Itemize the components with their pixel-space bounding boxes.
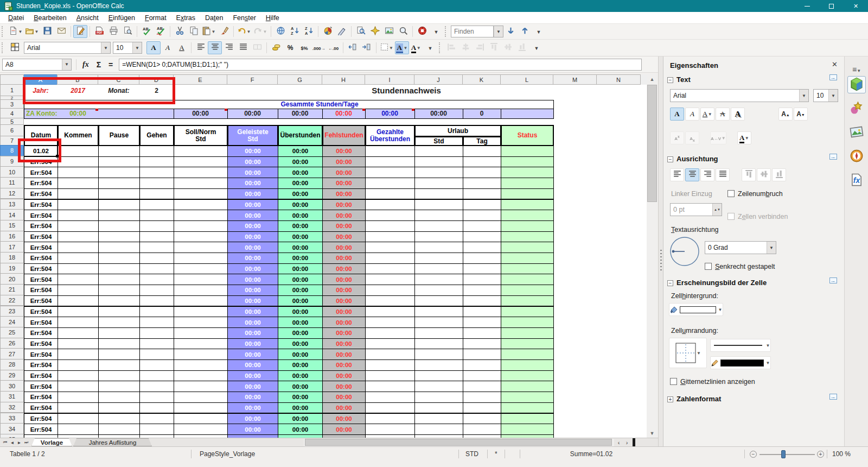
wrap-text-checkbox[interactable]: Zeilenumbruch: [727, 190, 783, 198]
row-header-34[interactable]: 34: [0, 423, 24, 434]
sheet-cell[interactable]: [174, 242, 228, 253]
sheet-cell[interactable]: [365, 220, 415, 232]
sheet-cell[interactable]: 00:00: [278, 392, 323, 403]
header-geleistete-std[interactable]: GeleisteteStd: [227, 125, 278, 146]
row-header-13[interactable]: 13: [0, 199, 24, 210]
sheet-cell[interactable]: [98, 199, 140, 211]
format-paintbrush-button[interactable]: [217, 25, 231, 38]
vertical-scroll-thumb[interactable]: [647, 85, 657, 202]
row-header-4[interactable]: 4: [0, 108, 24, 118]
sheet-cell[interactable]: 00:00: [322, 359, 366, 371]
sheet-cell[interactable]: [58, 199, 99, 211]
sum-display[interactable]: Summe=01.02: [532, 450, 651, 458]
sheet-cell[interactable]: [365, 413, 415, 425]
sheet-cell[interactable]: [365, 167, 415, 178]
chevron-down-icon[interactable]: ▼: [62, 59, 71, 70]
sheet-cell[interactable]: [501, 349, 554, 360]
sheet-cell[interactable]: [463, 424, 501, 435]
column-header-H[interactable]: H: [322, 74, 365, 85]
sheet-cell[interactable]: 00:00: [322, 392, 366, 403]
scroll-up-icon[interactable]: ▲: [647, 74, 658, 84]
sheet-cell[interactable]: Err:504: [24, 220, 58, 232]
gallery-button[interactable]: [382, 25, 396, 38]
sheet-cell[interactable]: Err:504: [24, 338, 58, 350]
sheet-cell[interactable]: 00:00: [278, 338, 323, 350]
sheet-cell[interactable]: [365, 199, 415, 211]
header-kommen[interactable]: Kommen: [58, 125, 99, 146]
cell-G4[interactable]: 00:00: [278, 109, 322, 118]
zoom-button[interactable]: [396, 25, 410, 38]
scroll-down-icon[interactable]: ▼: [647, 428, 658, 438]
sheet-cell[interactable]: [501, 231, 554, 243]
sheet-cell[interactable]: [174, 210, 228, 221]
chevron-down-icon[interactable]: ▼: [403, 46, 408, 51]
header-status[interactable]: Status: [501, 125, 554, 146]
header-urlaub[interactable]: Urlaub: [414, 125, 501, 137]
sheet-cell[interactable]: [414, 253, 463, 264]
sheet-cell[interactable]: [174, 424, 228, 435]
row-header-3[interactable]: 3: [0, 99, 24, 109]
sheet-cell[interactable]: [98, 424, 140, 435]
decrease-indent-button[interactable]: [346, 41, 360, 54]
open-document-button[interactable]: ▼: [24, 25, 40, 38]
row-header-33[interactable]: 33: [0, 413, 24, 424]
sheet-cell[interactable]: 00:00: [227, 338, 278, 350]
row-header-24[interactable]: 24: [0, 316, 24, 327]
sheet-cell[interactable]: [463, 146, 501, 157]
sheet-cell[interactable]: [58, 253, 99, 264]
cell-za-konto-value[interactable]: 00:00: [58, 109, 98, 118]
sheet-cell[interactable]: 00:00: [227, 327, 278, 339]
background-color-button[interactable]: A▼: [395, 41, 409, 54]
sheet-cell[interactable]: 00:00: [227, 349, 278, 360]
chevron-down-icon[interactable]: ▼: [211, 29, 216, 34]
sheet-cell[interactable]: [463, 231, 501, 243]
sheet-cell[interactable]: 00:00: [227, 178, 278, 189]
sheet-cell[interactable]: [98, 220, 140, 232]
sheet-cell[interactable]: [414, 242, 463, 253]
sheet-cell[interactable]: 00:00: [322, 381, 366, 392]
header-gezahlte-ueberstunden[interactable]: GezahlteÜberstunden: [365, 125, 415, 146]
sheet-cell[interactable]: [98, 359, 140, 371]
sheet-cell[interactable]: 00:00: [227, 413, 278, 425]
sheet-cell[interactable]: [58, 156, 99, 168]
sheet-cell[interactable]: 00:00: [227, 359, 278, 371]
align-right-button[interactable]: [222, 41, 236, 54]
chevron-down-icon[interactable]: ▼: [34, 29, 39, 34]
sheet-cell[interactable]: [98, 349, 140, 360]
sheet-cell[interactable]: 00:00: [227, 220, 278, 232]
sheet-cell[interactable]: [463, 210, 501, 221]
sheet-cell[interactable]: Err:504: [24, 210, 58, 221]
toolbar-overflow-button[interactable]: ▼: [423, 41, 437, 54]
sheet-cell[interactable]: Err:504: [24, 424, 58, 435]
sheet-cell[interactable]: [414, 413, 463, 425]
draw-functions-button[interactable]: [335, 25, 349, 38]
sheet-cell[interactable]: [58, 231, 99, 243]
border-line-style-combo[interactable]: ▼: [710, 339, 771, 352]
sheet-cell[interactable]: [414, 199, 463, 211]
orientation-dial[interactable]: [669, 236, 700, 269]
sheet-cell[interactable]: [501, 220, 554, 232]
maximize-button[interactable]: [819, 0, 844, 12]
collapse-icon[interactable]: −: [667, 280, 673, 286]
scrollbar-splitter[interactable]: [633, 438, 635, 447]
sheet-cell[interactable]: [414, 359, 463, 371]
sheet-cell[interactable]: [501, 263, 554, 275]
sheet-cell[interactable]: 00:00: [227, 242, 278, 253]
sheet-cell[interactable]: 00:00: [278, 263, 323, 275]
underline-button[interactable]: A▼: [700, 108, 714, 121]
sum-icon[interactable]: Σ: [93, 60, 105, 69]
sheet-cell[interactable]: [58, 392, 99, 403]
sheet-cell[interactable]: [58, 220, 99, 232]
email-document-button[interactable]: [54, 25, 68, 38]
sheet-cell[interactable]: 00:00: [278, 381, 323, 392]
sheet-cell[interactable]: [98, 413, 140, 425]
sheet-cell[interactable]: [365, 306, 415, 318]
sheet-cell[interactable]: [58, 263, 99, 275]
sheet-cell[interactable]: [414, 146, 463, 157]
sheet-cell[interactable]: [365, 156, 415, 168]
sheet-cell[interactable]: [139, 188, 174, 200]
find-next-button[interactable]: [503, 25, 518, 38]
sheet-cell[interactable]: [501, 424, 554, 435]
sheet-cell[interactable]: [365, 210, 415, 221]
sheet-cell[interactable]: [139, 274, 174, 285]
